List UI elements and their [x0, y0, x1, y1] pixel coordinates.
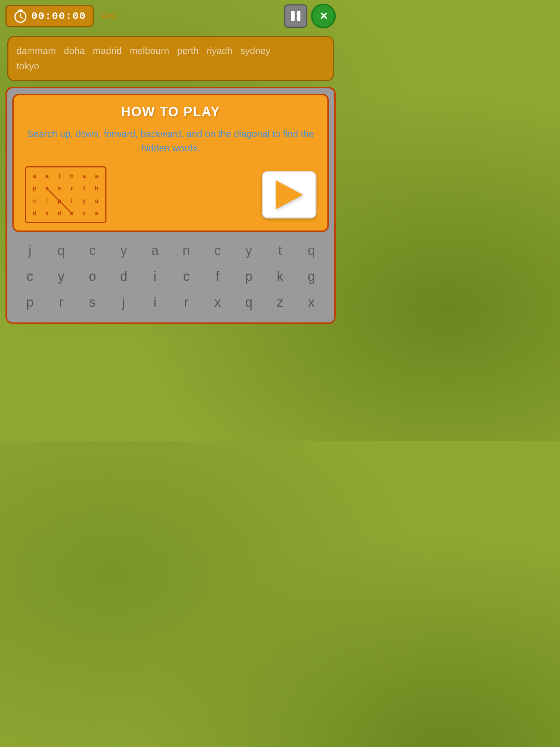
- play-triangle-icon: [276, 180, 303, 209]
- mini-cell-3-0: d: [29, 208, 40, 219]
- cell-0-9[interactable]: q: [299, 240, 324, 260]
- timer-icon: [13, 9, 28, 23]
- cell-2-0[interactable]: p: [17, 292, 43, 312]
- word-melbourn: melbourn: [130, 45, 169, 56]
- cell-0-4[interactable]: a: [142, 240, 168, 260]
- how-to-play-description: Search up, down, forward, backward, and …: [21, 127, 320, 155]
- cell-0-0[interactable]: j: [17, 240, 43, 260]
- cell-1-7[interactable]: p: [236, 266, 261, 286]
- mini-cell-2-1: l: [41, 195, 53, 207]
- cell-0-3[interactable]: y: [111, 240, 136, 260]
- mini-cell-2-5: a: [91, 195, 102, 207]
- word-perth: perth: [177, 45, 199, 56]
- word-dammam: dammam: [16, 45, 56, 56]
- mini-grid: a a f h a a p e e r t h c l p: [29, 170, 102, 219]
- cell-2-9[interactable]: x: [299, 292, 324, 312]
- cell-0-6[interactable]: c: [205, 240, 230, 260]
- play-button[interactable]: [262, 171, 316, 218]
- word-doha: doha: [64, 45, 85, 56]
- how-to-play-overlay: HOW TO PLAY Search up, down, forward, ba…: [12, 94, 329, 232]
- cell-2-2[interactable]: s: [79, 292, 105, 312]
- cell-0-7[interactable]: y: [236, 240, 261, 260]
- mini-cell-1-0: p: [29, 183, 40, 194]
- mini-cell-1-5: h: [91, 183, 102, 194]
- game-area: HOW TO PLAY Search up, down, forward, ba…: [5, 87, 336, 324]
- cell-2-3[interactable]: j: [111, 292, 136, 312]
- svg-line-4: [20, 17, 23, 18]
- cell-2-7[interactable]: q: [236, 292, 261, 312]
- close-button[interactable]: [311, 4, 336, 28]
- grid-row-2: p r s j i r x q z x: [12, 289, 329, 315]
- mini-cell-2-2: p: [54, 195, 65, 207]
- mini-cell-0-2: f: [54, 170, 65, 182]
- pause-button[interactable]: [284, 4, 307, 28]
- how-to-play-title: HOW TO PLAY: [21, 104, 320, 120]
- cell-1-5[interactable]: c: [174, 266, 199, 286]
- grid-row-0: j q c y a n c y t q: [12, 237, 329, 263]
- word-riyadh: riyadh: [207, 45, 233, 56]
- mini-cell-3-2: d: [54, 208, 65, 219]
- cell-1-4[interactable]: i: [142, 266, 168, 286]
- cell-2-4[interactable]: i: [142, 292, 168, 312]
- mini-cell-3-3: o: [66, 208, 78, 219]
- cell-1-8[interactable]: k: [267, 266, 293, 286]
- grid-row-1: c y o d i c f p k g: [12, 263, 329, 289]
- mini-cell-3-4: c: [78, 208, 90, 219]
- mini-cell-0-5: a: [91, 170, 102, 182]
- mini-cell-1-2: e: [54, 183, 65, 194]
- mini-cell-1-4: t: [78, 183, 90, 194]
- cell-2-6[interactable]: x: [205, 292, 230, 312]
- word-madrid: madrid: [93, 45, 122, 56]
- mini-cell-2-4: y: [78, 195, 90, 207]
- mini-cell-3-5: s: [91, 208, 102, 219]
- mini-cell-0-4: a: [78, 170, 90, 182]
- mini-cell-1-1: e: [41, 183, 53, 194]
- word-tokyo: tokyo: [16, 61, 39, 71]
- mini-grid-container: a a f h a a p e e r t h c l p: [25, 166, 106, 223]
- cell-1-6[interactable]: f: [205, 266, 230, 286]
- fps-label: FPS:: [101, 12, 118, 20]
- mini-cell-0-3: h: [66, 170, 78, 182]
- mini-cell-2-3: l: [66, 195, 78, 207]
- cell-1-0[interactable]: c: [17, 266, 43, 286]
- mini-cell-3-1: x: [41, 208, 53, 219]
- cell-1-9[interactable]: g: [299, 266, 324, 286]
- top-bar: 00:00:00 FPS:: [0, 0, 341, 32]
- words-box: dammam doha madrid melbourn perth riyadh…: [7, 36, 334, 81]
- cell-2-5[interactable]: r: [174, 292, 199, 312]
- words-list: dammam doha madrid melbourn perth riyadh…: [16, 43, 325, 74]
- cell-1-1[interactable]: y: [48, 266, 74, 286]
- timer-display: 00:00:00: [31, 11, 86, 22]
- mini-cell-0-1: a: [41, 170, 53, 182]
- cell-0-8[interactable]: t: [267, 240, 293, 260]
- mini-cell-1-3: r: [66, 183, 78, 194]
- how-to-play-bottom: a a f h a a p e e r t h c l p: [21, 166, 320, 223]
- cell-1-3[interactable]: d: [111, 266, 136, 286]
- top-right-buttons: [284, 4, 336, 28]
- cell-0-2[interactable]: c: [79, 240, 105, 260]
- timer-box: 00:00:00: [5, 5, 94, 27]
- mini-cell-2-0: c: [29, 195, 40, 207]
- cell-2-1[interactable]: r: [48, 292, 74, 312]
- cell-0-1[interactable]: q: [48, 240, 74, 260]
- cell-2-8[interactable]: z: [267, 292, 293, 312]
- mini-cell-0-0: a: [29, 170, 40, 182]
- cell-1-2[interactable]: o: [79, 266, 105, 286]
- cell-0-5[interactable]: n: [174, 240, 199, 260]
- game-grid-partial: j q c y a n c y t q c y o d i c f p k g …: [12, 236, 329, 317]
- word-sydney: sydney: [240, 45, 270, 56]
